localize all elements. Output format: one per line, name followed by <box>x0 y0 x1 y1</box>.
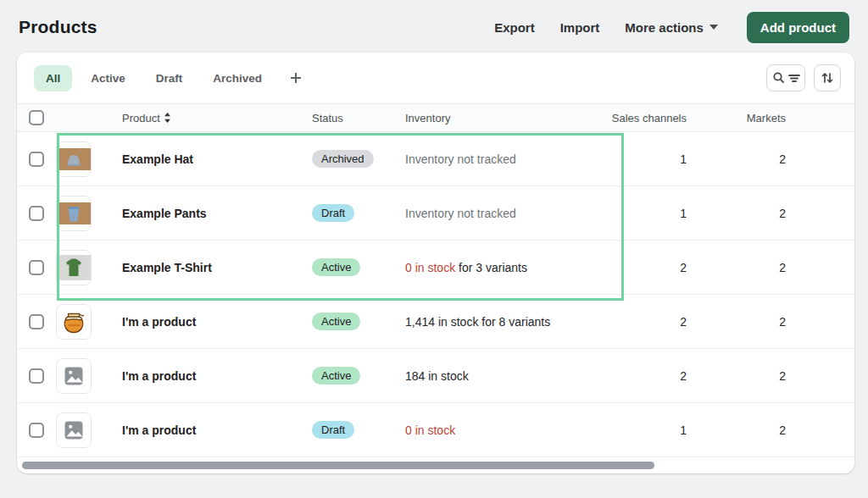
product-thumbnail <box>56 304 92 340</box>
search-icon <box>772 71 786 85</box>
tshirt-photo <box>57 251 91 285</box>
markets-count: 2 <box>687 315 786 329</box>
sales-channels-count: 1 <box>607 207 687 220</box>
inventory-text: 184 in stock <box>405 369 469 383</box>
row-checkbox[interactable] <box>29 152 44 167</box>
table-row[interactable]: I'm a product Draft 0 in stock 1 2 <box>17 403 854 457</box>
sales-channels-count: 1 <box>607 423 687 437</box>
status-badge: Active <box>312 258 360 276</box>
add-view-button[interactable] <box>281 66 311 90</box>
table-row[interactable]: I'm a product Active 184 in stock 2 2 <box>17 349 854 403</box>
markets-count: 2 <box>687 423 786 437</box>
more-actions-button[interactable]: More actions <box>625 20 718 35</box>
table-header-row: Product Status Inventory Sales channels … <box>17 103 854 132</box>
row-checkbox[interactable] <box>29 368 44 384</box>
tab-active[interactable]: Active <box>79 65 137 91</box>
product-thumbnail <box>56 358 92 394</box>
status-badge: Draft <box>312 204 354 222</box>
row-checkbox[interactable] <box>29 206 44 221</box>
horizontal-scrollbar[interactable] <box>22 462 654 469</box>
tab-draft[interactable]: Draft <box>144 65 195 91</box>
product-thumbnail <box>56 412 92 448</box>
column-header-markets[interactable]: Markets <box>687 112 786 125</box>
sales-channels-count: 2 <box>607 261 687 274</box>
chevron-down-icon <box>709 25 718 30</box>
sort-button[interactable] <box>814 64 841 91</box>
product-name[interactable]: Example T-Shirt <box>122 261 312 274</box>
markets-count: 2 <box>687 261 786 274</box>
import-button[interactable]: Import <box>560 20 600 35</box>
inventory-text: Inventory not tracked <box>405 207 516 220</box>
more-actions-label: More actions <box>625 20 704 35</box>
product-name[interactable]: Example Pants <box>122 207 312 220</box>
sales-channels-count: 2 <box>607 315 687 329</box>
inventory-alert-text: 0 in stock <box>405 261 455 274</box>
placeholder-image-icon <box>57 359 91 393</box>
table-row[interactable]: Example Pants Draft Inventory not tracke… <box>17 186 854 241</box>
column-header-status[interactable]: Status <box>312 112 405 125</box>
column-header-inventory[interactable]: Inventory <box>405 112 607 125</box>
page-header: Products Export Import More actions Add … <box>0 0 868 53</box>
status-badge: Archived <box>312 150 374 168</box>
header-actions: Export Import More actions Add product <box>494 12 849 43</box>
honey-jar-photo <box>57 305 91 339</box>
hat-photo <box>57 142 91 176</box>
tab-archived[interactable]: Archived <box>201 65 274 91</box>
search-filter-button[interactable] <box>766 64 805 91</box>
product-thumbnail <box>56 141 92 177</box>
page-title: Products <box>19 17 97 37</box>
markets-count: 2 <box>687 369 786 383</box>
pants-photo <box>57 196 91 230</box>
table-row[interactable]: I'm a product Active 1,414 in stock for … <box>17 295 854 349</box>
table-row[interactable]: Example T-Shirt Active 0 in stock for 3 … <box>17 241 854 295</box>
sales-channels-count: 1 <box>607 152 687 166</box>
product-name[interactable]: I'm a product <box>122 315 312 329</box>
tab-all[interactable]: All <box>34 65 72 91</box>
products-card: All Active Draft Archived Product Status… <box>17 53 854 473</box>
row-checkbox[interactable] <box>29 260 44 275</box>
inventory-text: 1,414 in stock for 8 variants <box>405 315 550 329</box>
filter-icon <box>788 72 800 84</box>
markets-count: 2 <box>687 207 786 220</box>
inventory-alert-text: 0 in stock <box>405 423 455 437</box>
add-product-button[interactable]: Add product <box>747 12 849 43</box>
product-thumbnail <box>56 196 92 231</box>
status-badge: Active <box>312 313 360 330</box>
export-button[interactable]: Export <box>494 20 535 35</box>
row-checkbox[interactable] <box>29 314 44 329</box>
row-checkbox[interactable] <box>29 423 44 438</box>
product-name[interactable]: Example Hat <box>122 152 312 166</box>
placeholder-image-icon <box>57 413 91 447</box>
product-name[interactable]: I'm a product <box>122 369 312 383</box>
tab-bar: All Active Draft Archived <box>17 53 854 103</box>
table-row[interactable]: Example Hat Archived Inventory not track… <box>17 132 854 186</box>
markets-count: 2 <box>687 152 786 166</box>
sort-arrows-icon <box>821 71 834 85</box>
product-thumbnail <box>56 250 92 285</box>
sort-indicator-icon <box>164 113 171 123</box>
status-badge: Draft <box>312 421 354 439</box>
status-badge: Active <box>312 367 360 385</box>
inventory-text: Inventory not tracked <box>405 152 516 166</box>
column-header-sales-channels[interactable]: Sales channels <box>607 112 687 125</box>
product-name[interactable]: I'm a product <box>122 423 312 437</box>
select-all-checkbox[interactable] <box>29 110 44 125</box>
column-header-product[interactable]: Product <box>122 112 312 125</box>
sales-channels-count: 2 <box>607 369 687 383</box>
plus-icon <box>289 71 303 85</box>
inventory-text: for 3 variants <box>455 261 527 274</box>
